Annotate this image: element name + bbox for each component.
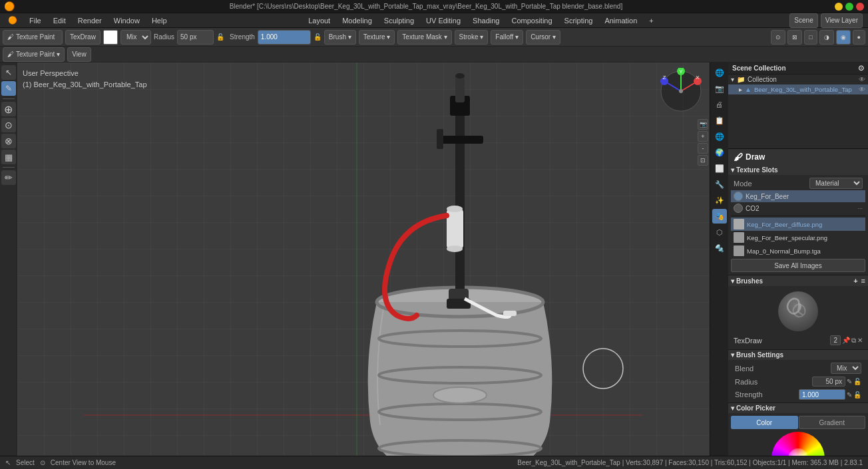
menu-uv-editing[interactable]: UV Editing (421, 15, 466, 26)
strength-progress[interactable]: 1.000 (799, 389, 845, 400)
brush-pin-icon[interactable]: 📌 (842, 337, 850, 344)
img-bump[interactable]: Map_0_Normal_Bump.tga (731, 244, 865, 257)
prop-world-btn[interactable]: 🌍 (712, 145, 727, 160)
color-wheel-container[interactable] (768, 432, 828, 456)
radius-edit-icon[interactable]: ✎ (847, 378, 852, 385)
close-btn[interactable] (856, 3, 864, 11)
brushes-header[interactable]: ▾ Brushes + ≡ (728, 275, 868, 286)
brush-del-icon[interactable]: ✕ (857, 337, 863, 344)
menu-layout[interactable]: Layout (303, 15, 335, 26)
brush-settings-header[interactable]: ▾ Brush Settings (728, 350, 868, 360)
prop-scene2-btn[interactable]: 🌐 (712, 129, 727, 144)
collection-item[interactable]: ▾ 📁 Collection 👁 (728, 75, 868, 84)
brush-more-icon[interactable]: ≡ (861, 277, 865, 285)
texture-dropdown[interactable]: Texture ▾ (359, 30, 395, 45)
view-layer-selector[interactable]: View Layer (821, 13, 863, 28)
brush-preview[interactable] (778, 291, 818, 331)
menu-edit[interactable]: Edit (48, 15, 71, 26)
camera-btn[interactable]: 📷 (698, 119, 708, 130)
menu-sculpting[interactable]: Sculpting (379, 15, 419, 26)
slot-co2[interactable]: CO2 ··· (731, 202, 865, 214)
shading-render[interactable]: ● (853, 30, 865, 45)
brush-add-icon[interactable]: + (853, 277, 857, 285)
img-specular[interactable]: Keg_For_Beer_specular.png (731, 231, 865, 244)
maximize-btn[interactable] (845, 3, 853, 11)
viewport-overlays-btn[interactable]: ⊙ (771, 30, 785, 45)
draw-tool[interactable]: ✎ (1, 81, 16, 96)
fit-btn[interactable]: ⊡ (698, 155, 708, 166)
prop-data-btn[interactable]: ⬡ (712, 225, 727, 239)
menu-blender[interactable]: 🟠 (3, 15, 23, 26)
radius-lock2-icon[interactable]: 🔓 (853, 378, 861, 385)
radius-input[interactable] (177, 30, 214, 45)
bs-title: Brush Settings (736, 351, 783, 359)
select-tool[interactable]: ↖ (1, 65, 16, 80)
prop-constraints-btn[interactable]: 🔩 (712, 241, 727, 255)
view-btn[interactable]: View (67, 47, 91, 62)
mesh-object-item[interactable]: ▸ ▲ Beer_Keg_30L_with_Portable_Tap 👁 (728, 84, 868, 94)
menu-animation[interactable]: Animation (599, 15, 642, 26)
prop-render-btn[interactable]: 📷 (712, 81, 727, 96)
menu-render[interactable]: Render (73, 15, 107, 26)
clone-tool[interactable]: ⊗ (1, 134, 16, 148)
axes-gizmo[interactable]: X Y Z (658, 68, 704, 114)
cp-header[interactable]: ▾ Color Picker (728, 403, 868, 413)
mode-select[interactable]: Material (809, 178, 863, 189)
brush-copy-icon[interactable]: ⧉ (851, 337, 856, 345)
brush-type-selector[interactable]: TexDraw (65, 30, 101, 45)
prop-particles-btn[interactable]: ✨ (712, 193, 727, 208)
cp-gradient-tab[interactable]: Gradient (799, 416, 866, 429)
slot-keg-beer[interactable]: Keg_For_Beer (731, 190, 865, 202)
shading-solid[interactable]: ◑ (819, 30, 834, 45)
color-swatch[interactable] (103, 30, 118, 45)
scene-selector[interactable]: Scene (789, 13, 817, 28)
img-diffuse[interactable]: Keg_For_Beer_diffuse.png (731, 218, 865, 231)
cursor-dropdown[interactable]: Cursor ▾ (526, 30, 560, 45)
blend-select[interactable]: Mix (120, 30, 151, 45)
menu-plus[interactable]: + (644, 15, 658, 26)
smear-tool[interactable]: ⊙ (1, 118, 16, 132)
strength-bar[interactable]: 1.000 (258, 30, 311, 45)
menu-file[interactable]: File (24, 15, 47, 26)
mesh-eye-icon[interactable]: 👁 (859, 86, 865, 93)
save-all-btn[interactable]: Save All Images (731, 259, 865, 272)
filter-icon[interactable]: ⊙ (858, 64, 864, 73)
app: 🟠 Blender* [C:\Users\rs\Desktop\Beer_Keg… (0, 0, 868, 469)
prop-modifier-btn[interactable]: 🔧 (712, 177, 727, 192)
texture-slots-header[interactable]: ▾ Texture Slots (728, 165, 868, 175)
shading-wire[interactable]: □ (804, 30, 817, 45)
minimize-btn[interactable] (835, 3, 843, 11)
stroke-dropdown[interactable]: Stroke ▾ (455, 30, 489, 45)
menu-window[interactable]: Window (108, 15, 145, 26)
prop-object-btn[interactable]: ⬜ (712, 161, 727, 176)
prop-material-btn[interactable]: 🎭 (712, 209, 727, 224)
menu-help[interactable]: Help (146, 15, 172, 26)
menu-scripting[interactable]: Scripting (559, 15, 598, 26)
xray-btn[interactable]: ⊠ (787, 30, 802, 45)
falloff-dropdown[interactable]: Falloff ▾ (491, 30, 523, 45)
blend-select-field[interactable]: Mix (831, 363, 861, 374)
color-wheel[interactable] (771, 432, 825, 456)
prop-scene-btn[interactable]: 🌐 (712, 65, 727, 80)
menu-shading[interactable]: Shading (467, 15, 505, 26)
radius-field[interactable] (812, 377, 845, 387)
eye-icon[interactable]: 👁 (859, 76, 865, 83)
viewport[interactable]: User Perspective (1) Beer_Keg_30L_with_P… (17, 63, 710, 456)
zoom-in-btn[interactable]: + (698, 131, 708, 142)
fill-tool[interactable]: ▦ (1, 150, 16, 164)
texture-mask-dropdown[interactable]: Texture Mask ▾ (397, 30, 451, 45)
soften-tool[interactable]: ⊕ (1, 102, 16, 116)
zoom-out-btn[interactable]: - (698, 143, 708, 154)
annotate-tool[interactable]: ✏ (1, 170, 16, 185)
strength-lock-icon[interactable]: 🔓 (853, 391, 861, 398)
prop-view-layer-btn[interactable]: 📋 (712, 113, 727, 128)
cp-color-tab[interactable]: Color (731, 416, 798, 429)
menu-compositing[interactable]: Compositing (506, 15, 557, 26)
brush-dropdown[interactable]: Brush ▾ (324, 30, 356, 45)
menu-modeling[interactable]: Modeling (337, 15, 377, 26)
mode-selector[interactable]: 🖌 Texture Paint (3, 30, 63, 45)
prop-output-btn[interactable]: 🖨 (712, 97, 727, 112)
texture-paint-mode-btn[interactable]: 🖌 Texture Paint ▾ (3, 47, 65, 62)
shading-material[interactable]: ◉ (836, 30, 851, 45)
strength-edit-icon[interactable]: ✎ (847, 391, 852, 398)
